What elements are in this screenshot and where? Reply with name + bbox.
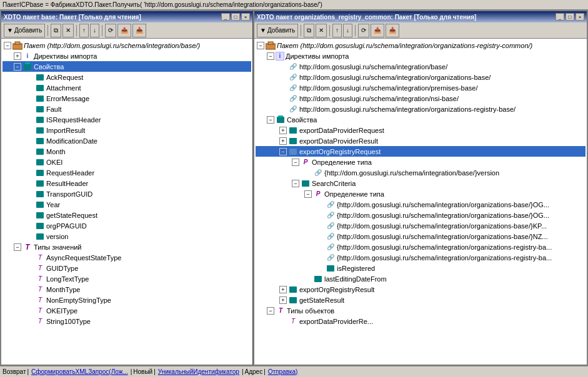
list-item[interactable]: T exportDataProviderRe... xyxy=(256,316,586,326)
minimize-button-left[interactable]: _ xyxy=(221,13,230,21)
list-item[interactable]: Year xyxy=(2,199,251,210)
close-button-left[interactable]: × xyxy=(241,13,250,21)
minimize-button-right[interactable]: _ xyxy=(556,13,564,21)
list-item[interactable]: 🔗 http://dom.gosuslugi.ru/schema/integra… xyxy=(256,61,586,72)
list-item[interactable]: − T Типы объектов xyxy=(256,305,586,316)
expand-minus-eorr[interactable]: − xyxy=(279,148,287,155)
list-item[interactable]: + exportOrgRegistryResult xyxy=(256,284,586,295)
delete-button-right[interactable]: ✕ xyxy=(316,24,327,37)
tguid-label: TransportGUID xyxy=(46,190,92,198)
maximize-button-left[interactable]: □ xyxy=(231,13,240,21)
list-item[interactable]: ErrorMessage xyxy=(2,93,251,104)
list-item[interactable]: − P Определение типа xyxy=(256,157,586,167)
list-item[interactable]: Attachment xyxy=(2,82,251,93)
list-item[interactable]: + exportDataProviderResult xyxy=(256,135,586,146)
list-item[interactable]: 🔗 {http://dom.gosuslugi.ru/schema/integr… xyxy=(256,252,586,263)
import-button-left[interactable]: 📥 xyxy=(132,24,146,37)
list-item[interactable]: − SearchCriteria xyxy=(256,178,586,188)
list-item[interactable]: T String100Type xyxy=(2,316,251,326)
typedef-icon-2: P xyxy=(313,189,323,199)
list-item[interactable]: − Свойства xyxy=(256,114,586,125)
add-button-left[interactable]: ▼ Добавить xyxy=(4,24,45,37)
list-item[interactable]: − P Определение типа xyxy=(256,188,586,199)
list-item[interactable]: T MonthType xyxy=(2,284,251,295)
refresh-button-left[interactable]: ⟳ xyxy=(105,24,116,37)
expand-minus-right-root[interactable]: − xyxy=(257,42,264,49)
list-item[interactable]: 🔗 {http://dom.gosuslugi.ru/schema/integr… xyxy=(256,231,586,242)
list-item[interactable]: T NonEmptyStringType xyxy=(2,295,251,305)
export-button-left[interactable]: 📤 xyxy=(117,24,131,37)
list-item[interactable]: 🔗 http://dom.gosuslugi.ru/schema/integra… xyxy=(256,104,586,114)
list-item[interactable]: − Свойства xyxy=(2,61,251,72)
add-button-right[interactable]: ▼ Добавить xyxy=(257,24,298,37)
list-item[interactable]: T OKEIType xyxy=(2,305,251,316)
expand-plus-edpr[interactable]: + xyxy=(279,127,287,134)
down-button-left[interactable]: ↓ xyxy=(90,24,99,37)
list-item[interactable]: 🔗 {http://dom.gosuslugi.ru/schema/integr… xyxy=(256,242,586,252)
down-button-right[interactable]: ↓ xyxy=(343,24,352,37)
expand-minus-props[interactable]: − xyxy=(14,63,21,71)
tree-area-right[interactable]: − Пакет (http://dom.gosuslugi.ru/schema/… xyxy=(254,39,587,365)
status-link2[interactable]: УникальныйИдентификатор xyxy=(158,368,239,375)
org2-label: {http://dom.gosuslugi.ru/schema/integrat… xyxy=(337,212,549,219)
up-button-right[interactable]: ↑ xyxy=(332,24,342,37)
list-item[interactable]: Month xyxy=(2,146,251,157)
list-item[interactable]: Fault xyxy=(2,104,251,114)
list-item[interactable]: lastEditingDateFrom xyxy=(256,273,586,284)
list-item[interactable]: ISRequestHeader xyxy=(2,114,251,125)
list-item[interactable]: getStateRequest xyxy=(2,210,251,220)
status-link3[interactable]: Отправка) xyxy=(268,368,298,375)
expand-plus-getsr2[interactable]: + xyxy=(279,296,287,304)
status-link1[interactable]: СформироватьXMLЗапрос(Лож... xyxy=(31,368,128,375)
list-item[interactable]: ImportResult xyxy=(2,125,251,135)
list-item[interactable]: 🔗 {http://dom.gosuslugi.ru/schema/integr… xyxy=(256,167,586,178)
list-item[interactable]: T LongTextType xyxy=(2,273,251,284)
list-item[interactable]: 🔗 http://dom.gosuslugi.ru/schema/integra… xyxy=(256,93,586,104)
copy-button-left[interactable]: ⧉ xyxy=(51,24,61,37)
up-button-left[interactable]: ↑ xyxy=(79,24,89,37)
list-item[interactable]: − Пакет (http://dom.gosuslugi.ru/schema/… xyxy=(2,40,251,51)
list-item[interactable]: version xyxy=(2,231,251,242)
list-item[interactable]: AckRequest xyxy=(2,72,251,82)
expand-minus-import-right[interactable]: − xyxy=(267,52,274,60)
list-item[interactable]: 🔗 http://dom.gosuslugi.ru/schema/integra… xyxy=(256,82,586,93)
import-button-right[interactable]: 📥 xyxy=(386,24,399,37)
list-item[interactable]: − exportOrgRegistryRequest xyxy=(256,146,586,157)
maximize-button-right[interactable]: □ xyxy=(566,13,574,21)
list-item[interactable]: 🔗 {http://dom.gosuslugi.ru/schema/integr… xyxy=(256,199,586,210)
expand-plus-eorres[interactable]: + xyxy=(279,286,287,293)
list-item[interactable]: − Пакет (http://dom.gosuslugi.ru/schema/… xyxy=(256,40,586,51)
tree-area-left[interactable]: − Пакет (http://dom.gosuslugi.ru/schema/… xyxy=(1,39,252,365)
list-item[interactable]: 🔗 {http://dom.gosuslugi.ru/schema/integr… xyxy=(256,220,586,231)
list-item[interactable]: isRegistered xyxy=(256,263,586,273)
list-item[interactable]: orgPPAGUID xyxy=(2,220,251,231)
list-item[interactable]: − T Типы значений xyxy=(2,242,251,252)
copy-button-right[interactable]: ⧉ xyxy=(304,24,314,37)
expand-minus-props-right[interactable]: − xyxy=(267,116,274,124)
list-item[interactable]: T GUIDType xyxy=(2,263,251,273)
list-item[interactable]: TransportGUID xyxy=(2,188,251,199)
expand-plus-import[interactable]: + xyxy=(14,52,21,60)
expand-minus-typedef2[interactable]: − xyxy=(304,190,312,198)
list-item[interactable]: ModificationDate xyxy=(2,135,251,146)
close-button-right[interactable]: × xyxy=(576,13,584,21)
list-item[interactable]: + getStateResult xyxy=(256,295,586,305)
list-item[interactable]: − i Директивы импорта xyxy=(256,51,586,61)
list-item[interactable]: 🔗 {http://dom.gosuslugi.ru/schema/integr… xyxy=(256,210,586,220)
list-item[interactable]: RequestHeader xyxy=(2,167,251,178)
list-item[interactable]: ResultHeader xyxy=(2,178,251,188)
expand-minus-obj-types[interactable]: − xyxy=(267,307,274,315)
list-item[interactable]: 🔗 http://dom.gosuslugi.ru/schema/integra… xyxy=(256,72,586,82)
expand-minus-left-root[interactable]: − xyxy=(4,42,11,49)
refresh-button-right[interactable]: ⟳ xyxy=(358,24,369,37)
expand-plus-edpres[interactable]: + xyxy=(279,137,287,145)
list-item[interactable]: OKEI xyxy=(2,157,251,167)
expand-minus-typedef1[interactable]: − xyxy=(292,159,299,166)
list-item[interactable]: + exportDataProviderRequest xyxy=(256,125,586,135)
delete-button-left[interactable]: ✕ xyxy=(62,24,74,37)
export-button-right[interactable]: 📤 xyxy=(371,24,384,37)
list-item[interactable]: T AsyncRequestStateType xyxy=(2,252,251,263)
list-item[interactable]: + i Директивы импорта xyxy=(2,51,251,61)
expand-minus-types[interactable]: − xyxy=(14,243,21,251)
expand-minus-search[interactable]: − xyxy=(292,180,299,187)
